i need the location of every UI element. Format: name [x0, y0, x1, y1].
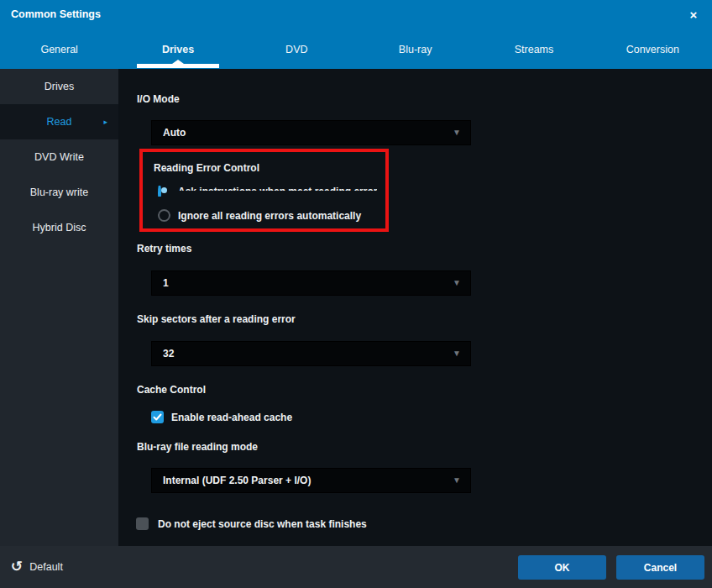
enable-read-ahead-cache-checkbox[interactable]: Enable read-ahead cache [151, 411, 292, 423]
default-button-label: Default [29, 561, 63, 573]
footer-bar: ↺ Default OK Cancel [0, 546, 712, 588]
chevron-right-icon: ▸ [103, 118, 107, 126]
sidebar-item-dvd-write[interactable]: DVD Write [0, 139, 118, 175]
bluray-reading-mode-label: Blu-ray file reading mode [137, 441, 258, 453]
tab-label: Blu-ray [399, 44, 432, 55]
cache-control-label: Cache Control [137, 384, 206, 396]
tab-label: Streams [515, 44, 554, 55]
radio-option-ask-instructions[interactable]: Ask instructions when meet reading error [158, 186, 377, 197]
tab-conversion[interactable]: Conversion [594, 30, 712, 69]
sidebar-item-label: Drives [44, 81, 74, 92]
retry-times-dropdown[interactable]: 1 ▼ [151, 270, 471, 296]
title-bar: Common Settings × [0, 0, 712, 30]
bluray-reading-mode-value: Internal (UDF 2.50 Parser + I/O) [163, 475, 311, 486]
tab-bar: General Drives DVD Blu-ray Streams Conve… [0, 30, 712, 69]
tab-general[interactable]: General [0, 30, 118, 69]
checkbox-label: Do not eject source disc when task finis… [158, 518, 367, 530]
retry-times-value: 1 [163, 277, 169, 289]
sidebar-item-label: Read [47, 116, 72, 128]
cancel-button[interactable]: Cancel [616, 555, 704, 580]
sidebar: Drives Read ▸ DVD Write Blu-ray write Hy… [0, 69, 118, 546]
skip-sectors-dropdown[interactable]: 32 ▼ [151, 341, 471, 366]
sidebar-item-label: Blu-ray write [30, 186, 88, 198]
chevron-down-icon: ▼ [453, 129, 461, 137]
sidebar-item-label: DVD Write [34, 151, 84, 163]
sidebar-item-drives[interactable]: Drives [0, 69, 118, 104]
tab-label: General [40, 44, 77, 55]
chevron-down-icon: ▼ [453, 349, 461, 358]
checkbox-unchecked-icon [136, 517, 149, 530]
chevron-down-icon: ▼ [453, 476, 461, 485]
radio-option-label-clipped: Ask instructions when meet reading error [178, 186, 377, 191]
radio-selected-icon [158, 186, 170, 197]
sidebar-item-label: Hybrid Disc [33, 222, 86, 234]
tab-label: Conversion [626, 44, 679, 55]
close-icon[interactable]: × [684, 6, 703, 24]
tab-label: Drives [162, 44, 194, 55]
sidebar-item-hybrid-disc[interactable]: Hybrid Disc [0, 210, 118, 245]
active-tab-notch [172, 60, 184, 64]
io-mode-dropdown[interactable]: Auto ▼ [151, 120, 471, 145]
tab-dvd[interactable]: DVD [238, 30, 356, 69]
default-button[interactable]: ↺ Default [11, 546, 63, 588]
sidebar-item-blu-ray-write[interactable]: Blu-ray write [0, 175, 118, 210]
tab-blu-ray[interactable]: Blu-ray [356, 30, 474, 69]
io-mode-label: I/O Mode [137, 93, 180, 105]
tab-streams[interactable]: Streams [474, 30, 593, 69]
bluray-reading-mode-dropdown[interactable]: Internal (UDF 2.50 Parser + I/O) ▼ [151, 468, 471, 493]
dialog-title: Common Settings [11, 8, 101, 20]
retry-times-label: Retry times [137, 243, 191, 255]
do-not-eject-checkbox[interactable]: Do not eject source disc when task finis… [136, 517, 367, 530]
reading-error-control-label: Reading Error Control [154, 162, 259, 174]
sidebar-item-read[interactable]: Read ▸ [0, 104, 118, 139]
radio-unselected-icon [158, 209, 170, 222]
chevron-down-icon: ▼ [453, 279, 461, 287]
skip-sectors-value: 32 [163, 348, 174, 360]
tab-drives[interactable]: Drives [118, 30, 237, 69]
ok-button[interactable]: OK [518, 555, 606, 580]
check-icon [152, 412, 163, 423]
checkbox-label: Enable read-ahead cache [171, 412, 292, 423]
common-settings-dialog: Common Settings × General Drives DVD Blu… [0, 0, 712, 588]
radio-option-label: Ignore all reading errors automatically [178, 210, 361, 222]
skip-sectors-label: Skip sectors after a reading error [137, 313, 296, 325]
tab-label: DVD [285, 44, 307, 55]
checkbox-checked-icon [151, 411, 164, 423]
reset-icon: ↺ [11, 559, 23, 574]
io-mode-value: Auto [163, 127, 186, 139]
radio-option-ignore-errors[interactable]: Ignore all reading errors automatically [158, 209, 361, 222]
active-tab-underline [137, 64, 219, 68]
